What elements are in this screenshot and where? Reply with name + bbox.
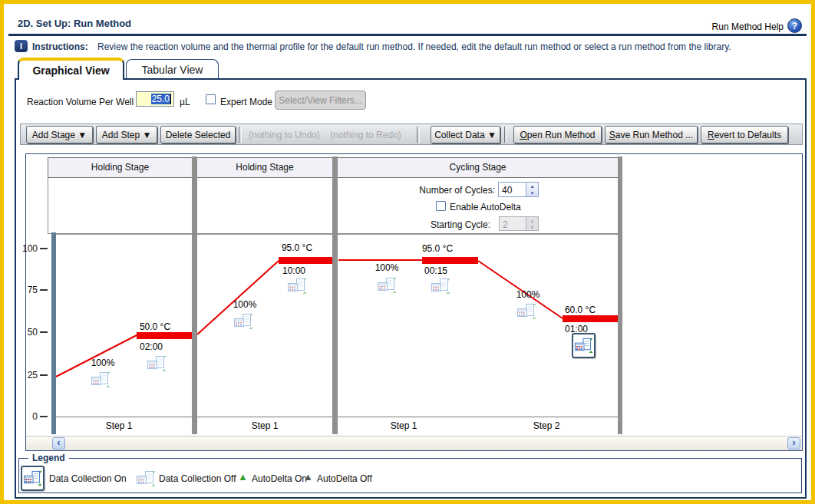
tab-tabular-view[interactable]: Tabular View	[126, 59, 219, 78]
step-time[interactable]: 00:15	[405, 265, 467, 276]
stage-header-holding-2[interactable]: Holding Stage	[196, 157, 333, 178]
plot-left-edge	[51, 232, 56, 434]
data-collection-off-icon[interactable]	[377, 277, 397, 294]
redo-hint: (nothing to Redo)	[330, 130, 401, 140]
step-temperature[interactable]: 95.0 °C	[407, 243, 468, 254]
help-link[interactable]: Run Method Help	[712, 21, 784, 32]
step-name[interactable]: Step 1	[230, 420, 299, 431]
y-tick-label: 0	[18, 411, 38, 422]
data-collection-off-icon[interactable]	[516, 303, 536, 320]
y-tick-label: 75	[18, 285, 38, 295]
open-run-method-button[interactable]: Open Run Method	[513, 126, 602, 143]
ramp-rate[interactable]: 100%	[218, 299, 272, 310]
number-of-cycles-spinner[interactable]: 40 ▴▾	[498, 182, 539, 197]
stage-options-box	[196, 177, 333, 234]
scroll-left-button[interactable]: ‹	[52, 437, 65, 450]
add-stage-button[interactable]: Add Stage ▼	[26, 126, 93, 143]
save-run-method-button[interactable]: Save Run Method ...	[605, 126, 698, 143]
tab-graphical-view[interactable]: Graphical View	[18, 58, 124, 80]
step-temperature[interactable]: 50.0 °C	[124, 321, 186, 332]
data-collection-off-icon[interactable]	[147, 355, 167, 372]
instructions-label: Instructions:	[32, 41, 88, 52]
ramp-rate[interactable]: 100%	[76, 357, 130, 368]
step-time[interactable]: 10:00	[263, 265, 325, 276]
page-title: 2D. Set Up: Run Method	[18, 18, 131, 29]
reaction-volume-label: Reaction Volume Per Well	[27, 97, 134, 107]
step-name[interactable]: Step 1	[369, 420, 438, 431]
step-temperature[interactable]: 60.0 °C	[549, 305, 611, 315]
instructions-icon: I	[15, 40, 28, 52]
revert-to-defaults-button[interactable]: Revert to Defaults	[701, 126, 788, 143]
legend-data-collection-on-icon	[21, 466, 45, 491]
enable-autodelta-checkbox[interactable]	[436, 201, 446, 211]
stage-divider	[618, 156, 622, 434]
number-of-cycles-label: Number of Cycles:	[411, 185, 495, 196]
select-view-filters-button[interactable]: Select/View Filters...	[275, 91, 366, 110]
starting-cycle-value: 2	[503, 219, 508, 230]
step-temperature[interactable]: 95.0 °C	[266, 242, 328, 253]
stage-header-holding-1[interactable]: Holding Stage	[48, 157, 193, 178]
starting-cycle-label: Starting Cycle:	[431, 219, 490, 230]
chart-horizontal-scrollbar[interactable]	[26, 436, 802, 450]
y-tick-label: 50	[18, 327, 38, 338]
step-name[interactable]: Step 2	[512, 420, 581, 431]
ramp-rate[interactable]: 100%	[501, 289, 555, 300]
spinner-arrows-icon[interactable]: ▴▾	[526, 183, 538, 196]
toolbar-separator	[504, 127, 507, 143]
data-collection-off-icon[interactable]	[431, 278, 450, 295]
stage-header-cycling[interactable]: Cycling Stage	[337, 157, 619, 178]
toolbar-separator	[239, 127, 242, 143]
stage-options-box	[48, 177, 193, 234]
autodelta-off-icon: ▲	[303, 472, 313, 482]
expert-mode-label: Expert Mode	[220, 97, 272, 107]
expert-mode-checkbox[interactable]	[206, 94, 216, 104]
y-tick-label: 100	[18, 243, 38, 254]
header-divider	[8, 34, 807, 36]
legend-item-label: AutoDelta On	[252, 473, 307, 484]
legend-item-label: AutoDelta Off	[317, 473, 372, 484]
data-collection-off-icon[interactable]	[287, 278, 307, 295]
legend-data-collection-off-icon	[136, 470, 156, 487]
y-tick-mark	[40, 416, 48, 417]
data-collection-on-glyph	[574, 338, 593, 354]
reaction-volume-input[interactable]: 25.0	[136, 91, 174, 107]
step-name[interactable]: Step 1	[84, 420, 153, 431]
stage-divider	[332, 156, 338, 434]
collect-data-button[interactable]: Collect Data ▼	[431, 126, 500, 143]
delete-selected-button[interactable]: Delete Selected	[160, 126, 236, 143]
y-tick-mark	[40, 331, 48, 333]
run-method-window: 2D. Set Up: Run Method Run Method Help ?…	[0, 0, 815, 504]
stage-divider	[192, 156, 197, 434]
number-of-cycles-value: 40	[502, 185, 512, 196]
undo-hint: (nothing to Undo)	[249, 130, 320, 140]
y-tick-label: 25	[18, 370, 38, 380]
ramp-rate[interactable]: 100%	[360, 262, 414, 273]
data-collection-on-glyph	[23, 470, 42, 486]
autodelta-on-icon: ▲	[238, 472, 248, 482]
volume-unit-label: µL	[180, 97, 190, 107]
spinner-arrows-icon: ▴▾	[526, 217, 538, 230]
y-tick-mark	[40, 289, 48, 291]
toolbar-separator	[417, 127, 420, 143]
data-collection-off-icon[interactable]	[233, 313, 253, 330]
legend-item-label: Data Collection On	[49, 473, 127, 484]
help-icon[interactable]: ?	[787, 18, 802, 33]
data-collection-off-icon[interactable]	[91, 371, 111, 388]
legend-title: Legend	[28, 453, 69, 463]
data-collection-on-icon[interactable]	[572, 333, 596, 358]
y-tick-mark	[40, 248, 48, 249]
add-step-button[interactable]: Add Step ▼	[96, 126, 157, 143]
legend-item-label: Data Collection Off	[159, 473, 236, 484]
starting-cycle-spinner: 2 ▴▾	[499, 216, 539, 231]
scroll-right-button[interactable]: ›	[787, 437, 800, 450]
reaction-volume-value: 25.0	[151, 94, 171, 104]
instructions-text: Review the reaction volume and the therm…	[97, 41, 803, 52]
step-time[interactable]: 02:00	[120, 341, 182, 352]
enable-autodelta-label: Enable AutoDelta	[450, 202, 521, 212]
y-tick-mark	[40, 374, 48, 376]
